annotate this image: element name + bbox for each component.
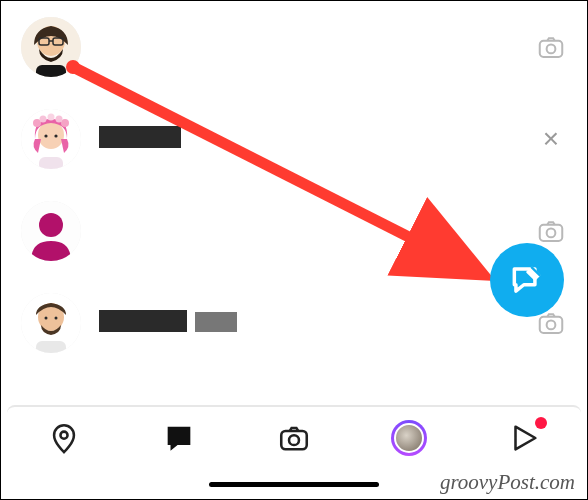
notification-badge: [535, 417, 547, 429]
camera-icon[interactable]: [535, 215, 567, 247]
svg-point-14: [48, 114, 55, 121]
chat-name-area: [99, 126, 535, 152]
svg-rect-33: [281, 431, 307, 449]
svg-point-24: [45, 317, 48, 320]
svg-marker-35: [515, 427, 535, 450]
svg-point-32: [61, 432, 68, 439]
chat-row[interactable]: ×: [1, 93, 587, 185]
redacted-name: [195, 312, 237, 332]
svg-point-21: [547, 229, 556, 238]
avatar[interactable]: [21, 17, 81, 77]
avatar[interactable]: [21, 109, 81, 169]
avatar[interactable]: [21, 293, 81, 353]
svg-rect-26: [36, 341, 66, 353]
nav-map[interactable]: [43, 417, 85, 459]
svg-point-12: [40, 116, 47, 123]
nav-chat[interactable]: [158, 417, 200, 459]
nav-stories[interactable]: [388, 417, 430, 459]
svg-point-16: [54, 134, 57, 137]
bottom-nav: [7, 405, 581, 469]
svg-point-7: [547, 45, 556, 54]
home-indicator: [209, 482, 379, 487]
new-message-button[interactable]: [490, 243, 564, 317]
svg-point-15: [44, 134, 47, 137]
svg-point-25: [55, 317, 58, 320]
svg-rect-20: [540, 225, 563, 241]
svg-point-34: [289, 435, 299, 445]
svg-rect-17: [39, 157, 63, 169]
svg-point-13: [56, 116, 63, 123]
stories-ring-icon: [391, 420, 427, 456]
watermark: groovyPost.com: [440, 470, 575, 495]
redacted-name: [99, 310, 187, 332]
svg-rect-27: [540, 317, 563, 333]
svg-point-19: [39, 213, 63, 237]
nav-camera[interactable]: [273, 417, 315, 459]
redacted-name: [99, 126, 181, 148]
avatar[interactable]: [21, 201, 81, 261]
svg-point-28: [547, 321, 556, 330]
close-icon[interactable]: ×: [535, 123, 567, 155]
svg-rect-6: [540, 41, 563, 57]
svg-rect-5: [36, 65, 66, 77]
chat-name-area: [99, 310, 535, 336]
camera-icon[interactable]: [535, 31, 567, 63]
nav-spotlight[interactable]: [503, 417, 545, 459]
chat-list: ×: [1, 1, 587, 424]
chat-row[interactable]: [1, 1, 587, 93]
